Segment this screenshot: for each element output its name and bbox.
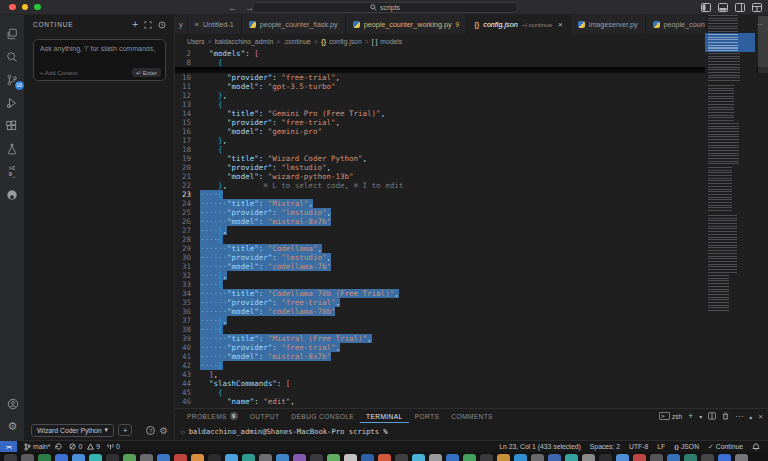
code-line[interactable]: 45 { [175, 388, 768, 397]
ask-input[interactable]: Ask anything, '/' for slash commands, + … [33, 39, 166, 81]
panel-tab-ports[interactable]: PORTS [409, 409, 446, 423]
tab-people-counter-flask-py[interactable]: people_counter_flask.py [242, 15, 346, 34]
accounts-icon[interactable] [0, 392, 25, 415]
code-line[interactable]: 28····{ [175, 235, 768, 244]
code-line[interactable]: 44 "slashCommands": [ [175, 379, 768, 388]
dock-app-icon[interactable] [582, 454, 595, 461]
split-terminal-icon[interactable] [708, 412, 716, 420]
code-line[interactable]: 23····{ [175, 190, 768, 199]
code-line[interactable]: 22 }, ⌘ L to select code, ⌘ I to edit [175, 181, 768, 190]
dock-app-icon[interactable] [89, 454, 102, 461]
breadcrumb[interactable]: Users>baldacchino_admin>.continue>{}conf… [175, 34, 768, 49]
toggle-sidebar-icon[interactable] [701, 3, 711, 12]
editor-scrollbar[interactable] [758, 16, 768, 73]
dock-app-icon[interactable] [684, 454, 697, 461]
code-line[interactable]: 16 "model": "gemini-pro" [175, 127, 768, 136]
code-line[interactable]: 36······"model": "codellama-70b" [175, 307, 768, 316]
code-line[interactable]: 29······"title": "Codellama", [175, 244, 768, 253]
continue-status[interactable]: ✓Continue [708, 443, 743, 451]
dock-app-icon[interactable] [242, 454, 255, 461]
dock-app-icon[interactable] [667, 454, 680, 461]
maximize-panel-icon[interactable]: ▴ [749, 413, 752, 420]
breadcrumb-item-config-json[interactable]: config.json [329, 38, 362, 45]
add-model-button[interactable]: + [118, 424, 132, 436]
dock-app-icon[interactable] [208, 454, 221, 461]
panel-more-icon[interactable]: ⋯ [735, 412, 743, 421]
panel-tab-comments[interactable]: COMMENTS [445, 409, 499, 423]
dock-app-icon[interactable] [344, 454, 357, 461]
new-terminal-icon[interactable]: + [688, 411, 693, 421]
code-editor[interactable]: 2 "models": [8 {10 "provider": "free-tri… [175, 49, 768, 408]
terminal-shell[interactable]: >_ zsh [659, 412, 682, 420]
minimap[interactable] [705, 15, 757, 315]
minimize-window-icon[interactable] [22, 4, 29, 11]
code-line[interactable]: 41······"model": "mistral-8x7b" [175, 352, 768, 361]
search-sidebar-icon[interactable] [0, 45, 25, 68]
enter-button[interactable]: ↵ Enter [132, 68, 161, 77]
panel-tab-output[interactable]: OUTPUT [244, 409, 286, 423]
terminal-dropdown-icon[interactable]: ▾ [699, 413, 702, 420]
tab-close-icon[interactable]: × [558, 20, 563, 29]
dock-app-icon[interactable] [123, 454, 136, 461]
command-center-search[interactable]: scripts [252, 2, 518, 13]
code-line[interactable]: 33····{ [175, 280, 768, 289]
dock-app-icon[interactable] [310, 454, 323, 461]
language-mode[interactable]: {}JSON [674, 443, 699, 450]
code-line[interactable]: 30······"provider": "lmstudio", [175, 253, 768, 262]
dock-app-icon[interactable] [650, 454, 663, 461]
code-line[interactable]: 35······"provider": "free-trial", [175, 298, 768, 307]
code-line[interactable]: 26······"model": "mixtral-8x7b" [175, 217, 768, 226]
add-context-button[interactable]: + Add Context [40, 70, 78, 76]
ports-status[interactable]: 0 [107, 443, 120, 450]
source-control-icon[interactable]: 16 [0, 68, 25, 91]
encoding-status[interactable]: UTF-8 [629, 443, 648, 450]
toggle-secondary-sidebar-icon[interactable] [735, 3, 745, 12]
code-line[interactable]: 24······"title": "Mixtral", [175, 199, 768, 208]
dock-app-icon[interactable] [4, 454, 17, 461]
dock-app-icon[interactable] [72, 454, 85, 461]
dock-app-icon[interactable] [497, 454, 510, 461]
back-icon[interactable]: ← [228, 3, 237, 13]
fullscreen-icon[interactable] [144, 21, 152, 29]
code-line[interactable]: 20 "provider": "lmstudio", [175, 163, 768, 172]
code-line[interactable]: 27····}, [175, 226, 768, 235]
dock-app-icon[interactable] [412, 454, 425, 461]
help-icon[interactable]: ? [146, 426, 155, 435]
code-line[interactable]: 43 ], [175, 370, 768, 379]
dock-app-icon[interactable] [157, 454, 170, 461]
toggle-panel-icon[interactable] [718, 3, 728, 12]
code-line[interactable]: 37····}, [175, 316, 768, 325]
dock-app-icon[interactable] [38, 454, 51, 461]
tab-imageserver-py[interactable]: imageserver.py [571, 15, 646, 34]
code-line[interactable]: 15 "provider": "free-trial", [175, 118, 768, 127]
remote-indicator[interactable]: >< [0, 441, 17, 453]
dock-app-icon[interactable] [395, 454, 408, 461]
eol-status[interactable]: LF [657, 443, 665, 450]
explorer-icon[interactable] [0, 22, 25, 45]
close-panel-icon[interactable]: × [758, 412, 763, 421]
dock-app-icon[interactable] [701, 454, 714, 461]
dock-app-icon[interactable] [225, 454, 238, 461]
dock-app-icon[interactable] [276, 454, 289, 461]
dock-app-icon[interactable] [633, 454, 646, 461]
run-debug-icon[interactable] [0, 91, 25, 114]
tab-untitled-1[interactable]: ≡Untitled-1 [188, 15, 242, 34]
history-icon[interactable] [158, 21, 166, 29]
panel-tab-problems[interactable]: PROBLEMS9 [181, 409, 244, 423]
continue-settings-icon[interactable]: ⚙ [159, 425, 168, 436]
new-session-icon[interactable]: + [132, 20, 138, 30]
code-line[interactable]: 42····} [175, 361, 768, 370]
tab-y[interactable]: y [175, 15, 188, 34]
code-line[interactable]: 31······"model": "codellama-7b" [175, 262, 768, 271]
code-line[interactable]: 10 "provider": "free-trial", [175, 73, 768, 82]
code-line[interactable]: 18 { [175, 145, 768, 154]
code-line[interactable]: 38····{ [175, 325, 768, 334]
kill-terminal-icon[interactable] [722, 412, 729, 420]
breadcrumb-item-continue[interactable]: .continue [283, 38, 311, 45]
code-line[interactable]: 39······"title": "Mixtral (Free Trial)", [175, 334, 768, 343]
notifications-bell-icon[interactable] [752, 443, 760, 451]
dock-app-icon[interactable] [259, 454, 272, 461]
dock-app-icon[interactable] [531, 454, 544, 461]
dock-app-icon[interactable] [327, 454, 340, 461]
tab-people-counter-working-py[interactable]: people_counter_working.py9 [346, 15, 468, 34]
